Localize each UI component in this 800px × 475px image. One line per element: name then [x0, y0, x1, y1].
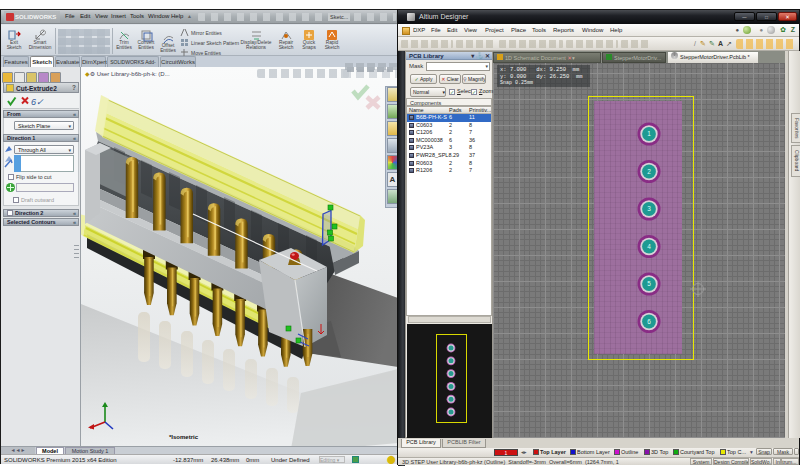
svg-text:6✓: 6✓	[31, 97, 44, 107]
svg-text:1: 1	[647, 130, 651, 137]
svg-text:4: 4	[647, 243, 651, 250]
svg-text:6: 6	[647, 318, 651, 325]
svg-text:2: 2	[647, 168, 651, 175]
svg-text:3: 3	[647, 205, 651, 212]
svg-text:5: 5	[647, 280, 651, 287]
